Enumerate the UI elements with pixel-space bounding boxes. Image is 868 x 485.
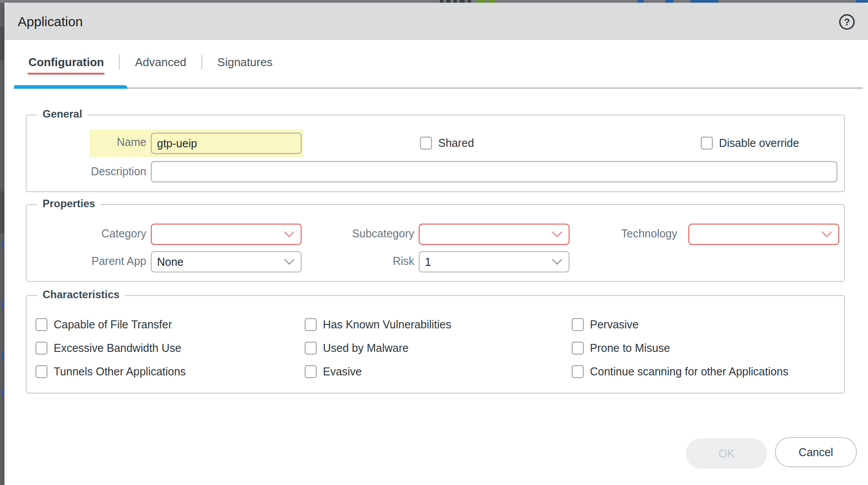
name-label: Name <box>80 136 146 149</box>
dialog-body: Configuration Advanced Signatures Genera… <box>4 40 868 485</box>
category-select[interactable] <box>151 224 302 245</box>
background-artifact <box>691 0 718 3</box>
excessive-bandwidth-use-checkbox[interactable] <box>35 342 47 355</box>
background-artifact <box>665 0 673 3</box>
characteristic-option: Tunnels Other Applications <box>35 365 186 378</box>
application-dialog: Application ? Configuration Advanced Sig… <box>4 4 868 485</box>
parent-app-value: None <box>152 256 284 268</box>
characteristic-label: Evasive <box>323 365 362 378</box>
background-artifact <box>453 0 457 3</box>
properties-legend: Properties <box>37 197 101 210</box>
subcategory-select[interactable] <box>419 224 570 245</box>
tab-baseline <box>13 87 863 89</box>
tab-advanced-label: Advanced <box>135 55 186 69</box>
parent-app-select[interactable]: None <box>151 251 302 272</box>
background-artifact <box>1 241 4 247</box>
characteristic-label: Continue scanning for other Applications <box>590 365 789 378</box>
characteristic-option: Evasive <box>305 365 362 378</box>
background-artifact <box>0 191 4 233</box>
characteristic-option: Used by Malware <box>305 342 408 355</box>
description-label: Description <box>62 165 146 178</box>
background-artifact <box>440 0 444 3</box>
characteristic-label: Has Known Vulnerabilities <box>323 318 452 331</box>
chevron-down-icon <box>552 231 562 238</box>
characteristic-option: Capable of File Transfer <box>35 318 172 331</box>
characteristic-option: Pervasive <box>572 318 639 331</box>
dialog-title: Application <box>18 14 83 29</box>
tab-signatures-label: Signatures <box>217 55 272 69</box>
background-artifact <box>856 0 868 3</box>
active-tab-indicator <box>14 85 127 89</box>
background-artifact <box>637 0 644 3</box>
continue-scanning-checkbox[interactable] <box>572 365 584 378</box>
characteristic-option: Continue scanning for other Applications <box>572 365 789 378</box>
used-by-malware-checkbox[interactable] <box>305 342 317 355</box>
evasive-checkbox[interactable] <box>305 365 317 378</box>
characteristics-section: Characteristics Capable of File Transfer… <box>26 295 845 394</box>
tab-separator <box>119 55 120 70</box>
background-artifact <box>477 0 485 3</box>
help-icon[interactable]: ? <box>839 14 855 30</box>
background-page-strip <box>0 0 868 3</box>
background-artifact <box>467 0 471 3</box>
general-legend: General <box>37 108 87 120</box>
characteristic-option: Prone to Misuse <box>572 342 670 355</box>
characteristic-option: Has Known Vulnerabilities <box>305 318 452 331</box>
subcategory-label: Subcategory <box>339 227 414 240</box>
background-artifact <box>1 352 4 359</box>
tab-advanced[interactable]: Advanced <box>133 55 188 69</box>
description-input[interactable] <box>151 161 837 182</box>
pervasive-checkbox[interactable] <box>572 318 584 331</box>
disable-override-option: Disable override <box>701 137 799 150</box>
chevron-down-icon <box>284 231 295 238</box>
background-artifact <box>488 0 496 3</box>
tab-bar: Configuration Advanced Signatures <box>27 52 274 72</box>
ok-button[interactable]: OK <box>686 438 767 469</box>
risk-label: Risk <box>339 255 414 268</box>
chevron-down-icon <box>284 259 295 265</box>
category-label: Category <box>75 227 146 240</box>
dialog-header: Application ? <box>4 4 868 40</box>
properties-section: Properties Category Subcategory Technolo… <box>26 204 845 282</box>
characteristics-legend: Characteristics <box>37 288 125 301</box>
background-artifact <box>460 0 465 3</box>
has-known-vulnerabilities-checkbox[interactable] <box>305 318 317 331</box>
capable-of-file-transfer-checkbox[interactable] <box>35 318 47 331</box>
name-input[interactable] <box>151 133 302 154</box>
characteristic-label: Capable of File Transfer <box>54 318 172 331</box>
shared-label: Shared <box>438 137 474 150</box>
chevron-down-icon <box>552 259 562 265</box>
tab-configuration-label: Configuration <box>28 55 104 69</box>
general-section: General Name Shared Disable override Des… <box>26 114 845 192</box>
characteristic-label: Prone to Misuse <box>590 342 670 355</box>
tab-separator <box>201 55 202 70</box>
disable-override-label: Disable override <box>719 137 799 150</box>
background-artifact <box>0 27 4 60</box>
characteristic-option: Excessive Bandwidth Use <box>35 342 181 355</box>
tab-configuration[interactable]: Configuration <box>27 55 106 69</box>
disable-override-checkbox[interactable] <box>701 137 713 150</box>
background-artifact <box>446 0 451 3</box>
characteristic-label: Pervasive <box>590 318 639 331</box>
risk-value: 1 <box>420 256 552 268</box>
characteristic-label: Tunnels Other Applications <box>54 365 186 378</box>
technology-select[interactable] <box>688 224 839 245</box>
cancel-button[interactable]: Cancel <box>775 437 857 467</box>
background-artifact <box>1 390 4 396</box>
prone-to-misuse-checkbox[interactable] <box>572 342 584 355</box>
background-artifact <box>1 301 4 308</box>
shared-checkbox[interactable] <box>420 137 432 150</box>
risk-select[interactable]: 1 <box>419 251 570 272</box>
tab-signatures[interactable]: Signatures <box>216 55 274 69</box>
chevron-down-icon <box>821 231 832 238</box>
shared-option: Shared <box>420 137 474 150</box>
tunnels-other-applications-checkbox[interactable] <box>35 365 47 378</box>
characteristic-label: Excessive Bandwidth Use <box>54 342 181 355</box>
background-scrim <box>0 3 4 485</box>
characteristic-label: Used by Malware <box>323 342 408 355</box>
technology-label: Technology <box>602 227 677 240</box>
tab-error-underline <box>27 73 105 75</box>
parent-app-label: Parent App <box>75 255 146 268</box>
